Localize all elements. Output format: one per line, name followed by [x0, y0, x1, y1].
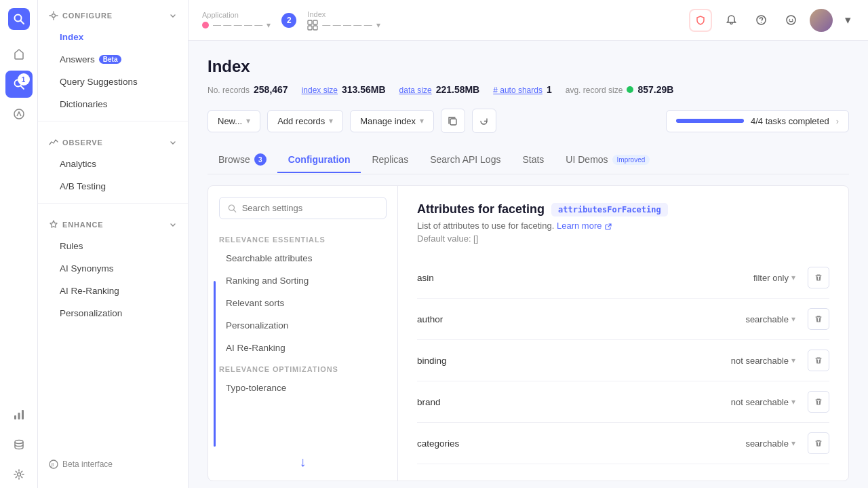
sidebar-item-analytics[interactable]: Analytics	[43, 153, 182, 174]
content-area: Index No. records 258,467 index size 313…	[189, 41, 868, 488]
sidebar-item-ai-reranking[interactable]: AI Re-Ranking	[43, 280, 182, 301]
tab-configuration[interactable]: Configuration	[277, 147, 361, 173]
user-menu-chevron[interactable]: ▾	[841, 10, 854, 31]
new-button[interactable]: New... ▾	[208, 110, 260, 132]
sidebar-configure-header[interactable]: CONFIGURE	[38, 0, 188, 26]
attr-delete-author[interactable]	[808, 308, 829, 330]
tab-replicas[interactable]: Replicas	[361, 147, 419, 173]
auto-shards-label[interactable]: # auto shards	[493, 86, 542, 95]
attr-setting-author[interactable]: searchable ▾	[713, 311, 801, 328]
sidebar-item-ab-testing[interactable]: A/B Testing	[43, 176, 182, 197]
tab-browse[interactable]: Browse 3	[208, 147, 277, 174]
rail-home-icon[interactable]	[5, 41, 33, 68]
attr-setting-brand[interactable]: not searchable ▾	[713, 394, 801, 411]
add-records-button[interactable]: Add records ▾	[267, 110, 343, 132]
settings-item-personalization[interactable]: Personalization	[219, 315, 387, 336]
attr-setting-categories[interactable]: searchable ▾	[713, 435, 801, 452]
attr-setting-asin[interactable]: filter only ▾	[713, 269, 801, 286]
attr-row-author: author searchable ▾	[417, 299, 829, 340]
application-selector[interactable]: — — — — — ▾	[202, 20, 271, 30]
detail-title: Attributes for faceting attributesForFac…	[417, 202, 829, 217]
attr-setting-binding[interactable]: not searchable ▾	[713, 352, 801, 369]
relevance-optimizations-label: RELEVANCE OPTIMIZATIONS	[219, 360, 387, 377]
attr-delete-categories[interactable]	[808, 432, 829, 454]
rail-discover-icon[interactable]	[5, 100, 33, 128]
attr-delete-binding[interactable]	[808, 350, 829, 371]
topbar-application-section: Application — — — — — ▾	[202, 11, 271, 30]
manage-index-button[interactable]: Manage index ▾	[350, 110, 434, 132]
settings-item-relevant-sorts[interactable]: Relevant sorts	[219, 293, 387, 314]
topbar: Application — — — — — ▾ 2 Index — — — — …	[189, 0, 868, 41]
settings-search-input[interactable]	[242, 203, 378, 213]
learn-more-link[interactable]: Learn more	[557, 221, 601, 231]
index-selector[interactable]: — — — — — ▾	[307, 20, 380, 31]
attr-delete-asin[interactable]	[808, 267, 829, 288]
svg-point-21	[791, 19, 792, 20]
settings-nav: RELEVANCE ESSENTIALS Searchable attribut…	[208, 186, 398, 481]
index-stats: No. records 258,467 index size 313.56MB …	[208, 84, 849, 95]
settings-item-ai-reranking[interactable]: AI Re-Ranking	[219, 337, 387, 358]
copy-button[interactable]	[441, 109, 465, 133]
rail-analytics-icon[interactable]	[5, 401, 33, 428]
avg-record-value: 857.29B	[637, 84, 673, 95]
attr-row-asin: asin filter only ▾	[417, 257, 829, 299]
svg-rect-15	[308, 26, 312, 30]
attr-delete-brand[interactable]	[808, 391, 829, 413]
brand-logo[interactable]	[8, 8, 30, 30]
rail-settings-icon[interactable]	[5, 461, 33, 488]
settings-item-ranking-sorting[interactable]: Ranking and Sorting	[219, 270, 387, 291]
sidebar-item-answers[interactable]: Answers Beta	[43, 49, 182, 70]
tab-search-api-logs[interactable]: Search API Logs	[419, 147, 511, 173]
browse-tab-badge: 3	[254, 153, 267, 166]
sidebar-beta-interface[interactable]: β Beta interface	[38, 451, 188, 477]
no-records-label: No. records	[208, 86, 250, 95]
rail-search-icon[interactable]: 1	[5, 71, 33, 98]
index-size-label[interactable]: index size	[302, 86, 338, 95]
settings-item-typo-tolerance[interactable]: Typo-tolerance	[219, 377, 387, 398]
index-size-value: 313.56MB	[342, 84, 386, 95]
shield-icon-btn[interactable]	[689, 9, 712, 32]
settings-search-box[interactable]	[219, 197, 387, 219]
attr-name-asin: asin	[417, 273, 713, 283]
data-size-value: 221.58MB	[436, 84, 480, 95]
sidebar: CONFIGURE Index Answers Beta Query Sugge…	[38, 0, 189, 488]
sidebar-item-dictionaries[interactable]: Dictionaries	[43, 94, 182, 115]
sidebar-item-ai-synonyms[interactable]: AI Synonyms	[43, 258, 182, 279]
user-avatar[interactable]	[810, 9, 833, 32]
sidebar-item-personalization[interactable]: Personalization	[43, 303, 182, 324]
settings-item-searchable-attrs[interactable]: Searchable attributes	[219, 248, 387, 269]
brand-setting-chevron: ▾	[791, 397, 795, 407]
new-chevron: ▾	[246, 116, 250, 126]
attr-row-binding: binding not searchable ▾	[417, 340, 829, 381]
attr-name-categories: categories	[417, 438, 713, 449]
auto-shards-value: 1	[547, 84, 552, 95]
attr-name-author: author	[417, 314, 713, 324]
feedback-icon-btn[interactable]	[780, 10, 802, 31]
scroll-indicator-line	[214, 281, 216, 447]
no-records-value: 258,467	[254, 84, 288, 95]
sidebar-item-rules[interactable]: Rules	[43, 236, 182, 257]
binding-setting-chevron: ▾	[791, 356, 795, 365]
categories-setting-chevron: ▾	[791, 438, 795, 448]
sidebar-enhance-header[interactable]: ENHANCE	[38, 209, 188, 235]
svg-rect-6	[18, 413, 20, 419]
scroll-down-indicator[interactable]: ↓	[300, 454, 307, 470]
tasks-progress-bar	[676, 119, 744, 123]
attr-row-brand: brand not searchable ▾	[417, 381, 829, 423]
tasks-chevron: ›	[836, 116, 839, 126]
help-icon-btn[interactable]	[750, 10, 772, 31]
tasks-button[interactable]: 4/4 tasks completed ›	[666, 110, 849, 132]
bell-icon-btn[interactable]	[720, 10, 742, 31]
sidebar-item-index[interactable]: Index	[43, 26, 182, 48]
index-label: Index	[307, 10, 380, 18]
svg-rect-13	[308, 20, 312, 24]
rail-database-icon[interactable]	[5, 431, 33, 458]
data-size-label[interactable]: data size	[399, 86, 432, 95]
sidebar-item-query-suggestions[interactable]: Query Suggestions	[43, 71, 182, 92]
avg-record-status-dot	[627, 86, 633, 93]
tab-ui-demos[interactable]: UI Demos Improved	[555, 147, 660, 173]
refresh-button[interactable]	[472, 109, 496, 133]
app-chevron: ▾	[267, 20, 271, 30]
tab-stats[interactable]: Stats	[511, 147, 555, 173]
sidebar-observe-header[interactable]: OBSERVE	[38, 127, 188, 153]
